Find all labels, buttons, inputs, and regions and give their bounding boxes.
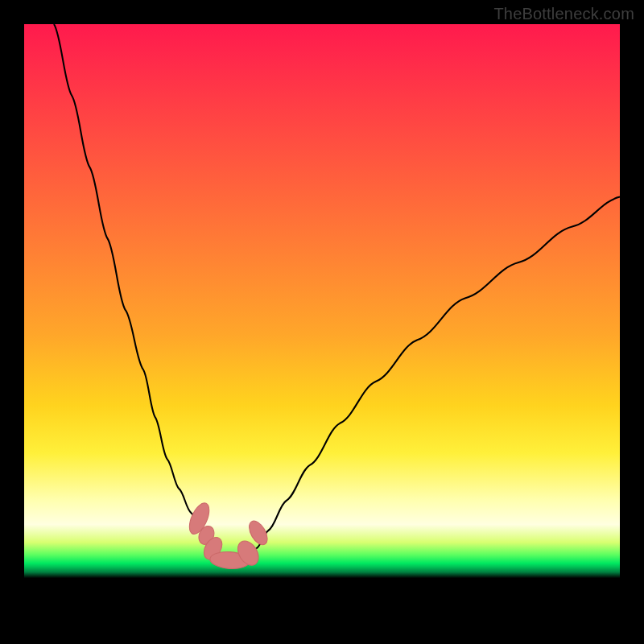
- marker-group: [185, 500, 270, 570]
- left-curve: [54, 24, 233, 560]
- curve-group: [54, 24, 620, 560]
- watermark-text: TheBottleneck.com: [493, 5, 634, 23]
- chart-svg: [24, 24, 620, 620]
- outer-frame: TheBottleneck.com: [0, 0, 644, 644]
- right-curve: [245, 197, 620, 560]
